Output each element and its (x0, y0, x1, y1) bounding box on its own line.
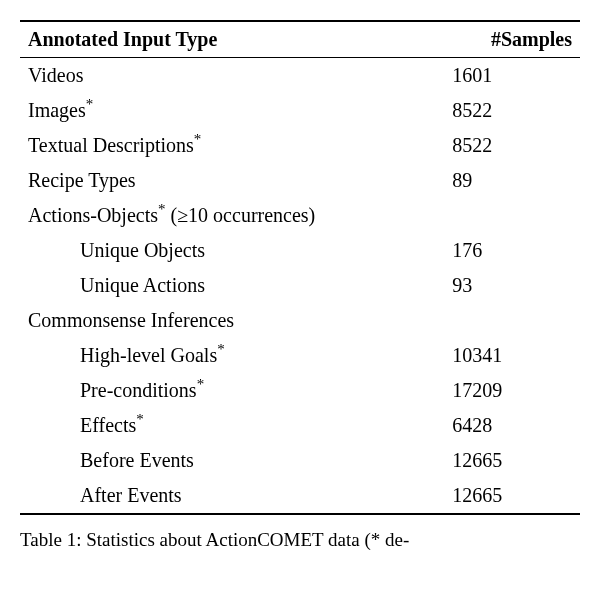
cell-label: Unique Actions (20, 268, 444, 303)
table-row: Textual Descriptions* 8522 (20, 128, 580, 163)
cell-value (444, 303, 580, 338)
cell-label: After Events (20, 478, 444, 514)
statistics-table: Annotated Input Type #Samples Videos 160… (20, 20, 580, 515)
cell-value: 10341 (444, 338, 580, 373)
cell-value: 1601 (444, 58, 580, 94)
cell-value: 12665 (444, 478, 580, 514)
cell-label: Videos (20, 58, 444, 94)
cell-value: 176 (444, 233, 580, 268)
cell-label: Effects* (20, 408, 444, 443)
table-row: Unique Actions 93 (20, 268, 580, 303)
cell-label: Before Events (20, 443, 444, 478)
cell-value: 12665 (444, 443, 580, 478)
cell-label: Textual Descriptions* (20, 128, 444, 163)
table-row: Pre-conditions* 17209 (20, 373, 580, 408)
cell-value: 8522 (444, 93, 580, 128)
cell-label: Unique Objects (20, 233, 444, 268)
cell-value: 17209 (444, 373, 580, 408)
cell-value: 93 (444, 268, 580, 303)
cell-label: High-level Goals* (20, 338, 444, 373)
table-row: Unique Objects 176 (20, 233, 580, 268)
table-row: Commonsense Inferences (20, 303, 580, 338)
table-caption: Table 1: Statistics about ActionCOMET da… (20, 529, 584, 551)
table-row: Actions-Objects* (≥10 occurrences) (20, 198, 580, 233)
table-row: Before Events 12665 (20, 443, 580, 478)
table-row: Effects* 6428 (20, 408, 580, 443)
table-row: Videos 1601 (20, 58, 580, 94)
cell-label: Commonsense Inferences (20, 303, 444, 338)
table-row: High-level Goals* 10341 (20, 338, 580, 373)
cell-label: Recipe Types (20, 163, 444, 198)
cell-value: 8522 (444, 128, 580, 163)
header-samples: #Samples (444, 21, 580, 58)
cell-value: 89 (444, 163, 580, 198)
cell-label: Images* (20, 93, 444, 128)
cell-value (444, 198, 580, 233)
cell-label: Actions-Objects* (≥10 occurrences) (20, 198, 444, 233)
table-row: Images* 8522 (20, 93, 580, 128)
cell-value: 6428 (444, 408, 580, 443)
table-row: After Events 12665 (20, 478, 580, 514)
table-row: Recipe Types 89 (20, 163, 580, 198)
cell-label: Pre-conditions* (20, 373, 444, 408)
header-input-type: Annotated Input Type (20, 21, 444, 58)
